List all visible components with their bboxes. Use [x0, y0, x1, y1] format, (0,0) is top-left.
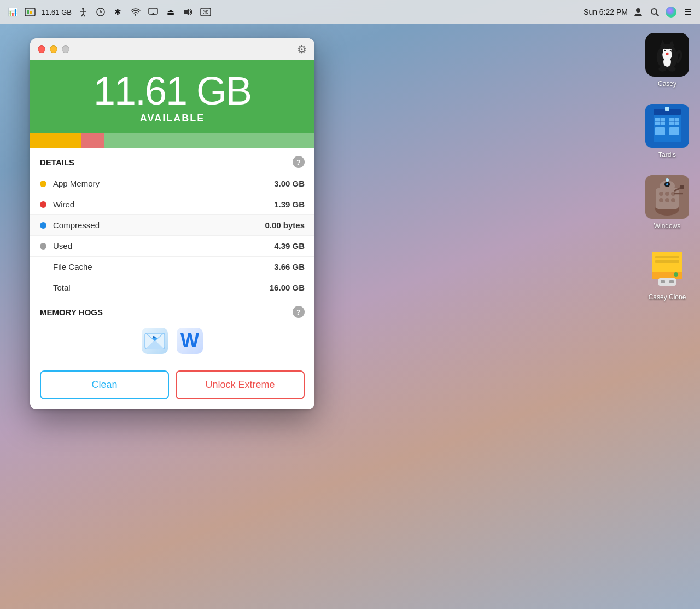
hogs-title: MEMORY HOGS [40, 308, 103, 317]
compressed-dot [40, 222, 46, 229]
svg-rect-36 [669, 127, 679, 135]
traffic-lights [38, 45, 69, 53]
svg-rect-61 [661, 280, 665, 283]
app-memory-row: App Memory 3.00 GB [30, 173, 314, 194]
svg-point-26 [664, 50, 666, 51]
wifi-icon[interactable] [130, 6, 142, 18]
file-cache-row: File Cache 3.66 GB [30, 257, 314, 277]
svg-point-23 [666, 53, 668, 55]
used-dot [40, 243, 46, 250]
memory-usage-bar [30, 133, 314, 148]
app-memory-value: 3.00 GB [274, 179, 305, 188]
mail-hog-icon [142, 328, 168, 354]
app-window: ⚙ 11.61 GB AVAILABLE DETAILS ? App Memor… [30, 38, 314, 409]
svg-point-45 [659, 192, 663, 196]
volume-icon[interactable] [182, 6, 194, 18]
close-button[interactable] [38, 45, 45, 53]
keyboard-shortcut-icon[interactable]: ⌘ [200, 6, 212, 18]
svg-rect-1 [27, 10, 29, 14]
desktop-icon-casey-clone[interactable]: Casey Clone [645, 246, 689, 301]
total-value: 16.00 GB [270, 283, 305, 292]
wired-label: Wired [53, 200, 274, 209]
available-memory-amount: 11.61 GB [41, 71, 304, 111]
svg-point-55 [680, 185, 684, 189]
desktop-icons: Casey Tardis [645, 33, 689, 301]
minimize-button[interactable] [50, 45, 57, 53]
used-label: Used [53, 241, 274, 251]
hogs-icons-row: W [30, 323, 314, 363]
unlock-extreme-button[interactable]: Unlock Extreme [176, 370, 305, 399]
available-memory-label: AVAILABLE [41, 113, 304, 124]
clean-button[interactable]: Clean [40, 370, 169, 399]
svg-point-30 [668, 67, 676, 72]
svg-rect-63 [655, 256, 679, 258]
compressed-label: Compressed [53, 221, 265, 230]
svg-point-53 [666, 183, 668, 185]
svg-rect-2 [30, 11, 32, 14]
app-memory-bar-segment [30, 133, 81, 148]
details-section: DETAILS ? App Memory 3.00 GB Wired 1.39 … [30, 148, 314, 298]
menubar-left: 📊 11.61 GB ✱ ⏏ ⌘ [7, 6, 212, 18]
total-label: Total [53, 283, 270, 292]
svg-line-16 [656, 14, 658, 16]
hogs-header: MEMORY HOGS ? [30, 298, 314, 323]
svg-marker-11 [184, 9, 189, 15]
used-row: Used 4.39 GB [30, 236, 314, 257]
svg-point-48 [659, 198, 663, 202]
title-bar: ⚙ [30, 38, 314, 60]
memory-hogs-section: MEMORY HOGS ? W [30, 298, 314, 363]
svg-point-27 [670, 50, 672, 51]
menubar-time: Sun 6:22 PM [584, 8, 628, 16]
details-help-button[interactable]: ? [293, 156, 305, 168]
desktop-icon-casey-clone-label: Casey Clone [649, 293, 686, 301]
memory-amount-menubar: 11.61 GB [42, 8, 72, 16]
word-hog-icon: W [177, 328, 203, 354]
zoom-button[interactable] [62, 45, 69, 53]
siri-icon[interactable] [665, 6, 677, 18]
compressed-value: 0.00 bytes [265, 221, 305, 230]
desktop-icon-windows-label: Windows [654, 222, 681, 230]
wired-value: 1.39 GB [274, 200, 305, 209]
spotlight-icon[interactable] [649, 6, 661, 18]
svg-point-28 [663, 57, 671, 67]
svg-rect-62 [669, 280, 674, 283]
timemachine-icon[interactable] [95, 6, 107, 18]
eject-icon[interactable]: ⏏ [165, 6, 177, 18]
svg-point-69 [153, 336, 155, 338]
menubar-right: Sun 6:22 PM ☰ [584, 6, 693, 18]
bluetooth-icon[interactable]: ✱ [112, 6, 124, 18]
detail-rows: App Memory 3.00 GB Wired 1.39 GB Compres… [30, 173, 314, 298]
svg-marker-21 [660, 40, 666, 47]
app-memory-dot [40, 181, 46, 187]
svg-point-29 [658, 67, 666, 72]
accessibility-icon[interactable] [77, 6, 89, 18]
notification-center-icon[interactable]: ☰ [681, 6, 693, 18]
svg-point-14 [636, 8, 640, 13]
menubar: 📊 11.61 GB ✱ ⏏ ⌘ Sun 6:22 [0, 0, 700, 24]
activity-monitor-icon[interactable]: 📊 [7, 6, 19, 18]
svg-point-17 [666, 7, 676, 18]
desktop-icon-windows[interactable]: Windows [645, 175, 689, 230]
hogs-help-button[interactable]: ? [293, 306, 305, 318]
svg-point-49 [665, 198, 669, 202]
svg-rect-35 [655, 127, 665, 135]
desktop-icon-casey[interactable]: Casey [645, 33, 689, 88]
svg-rect-31 [654, 112, 681, 142]
details-header: DETAILS ? [30, 148, 314, 173]
memory-header: 11.61 GB AVAILABLE [30, 60, 314, 133]
settings-button[interactable]: ⚙ [297, 43, 307, 56]
action-buttons: Clean Unlock Extreme [30, 363, 314, 409]
used-value: 4.39 GB [274, 241, 305, 251]
file-cache-value: 3.66 GB [274, 262, 305, 271]
memory-menubar-icon[interactable] [24, 6, 36, 18]
desktop-icon-casey-label: Casey [658, 80, 676, 88]
desktop-icon-tardis[interactable]: Tardis [645, 104, 689, 159]
svg-point-65 [674, 272, 678, 277]
svg-point-50 [671, 198, 675, 202]
airplay-icon[interactable] [147, 6, 159, 18]
svg-line-6 [81, 14, 83, 16]
user-icon[interactable] [632, 6, 644, 18]
app-memory-label: App Memory [53, 179, 274, 188]
file-cache-label: File Cache [53, 262, 274, 271]
wired-row: Wired 1.39 GB [30, 194, 314, 215]
